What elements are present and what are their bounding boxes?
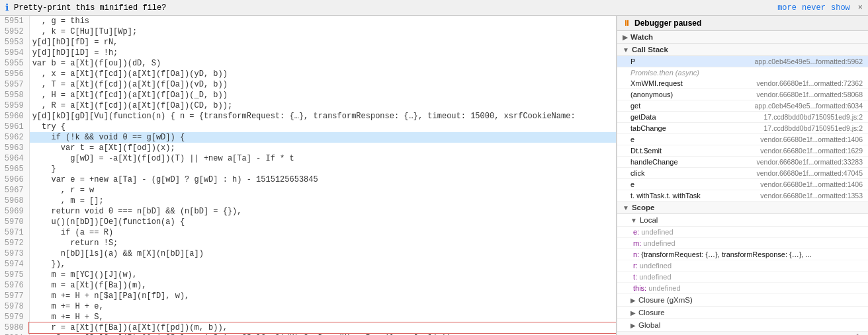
list-item[interactable]: t. withTask.t. withTaskvendor.66680e1f..… <box>617 190 868 202</box>
table-row[interactable]: 5959 , R = a[Xt](f[cd])(a[Xt](f[Oa])(CD,… <box>0 100 616 111</box>
table-row[interactable]: 5969 return void 0 === n[bD] && (n[bD] =… <box>0 206 616 217</box>
list-item[interactable]: (anonymous)vendor.66680e1f...ormatted:58… <box>617 89 868 100</box>
line-number: 5971 <box>0 227 29 238</box>
table-row[interactable]: 5955var b = a[Xt](f[ou])(dD, S) <box>0 58 616 69</box>
line-number: 5957 <box>0 79 29 90</box>
code-table: 5951 , g = this5952 , k = C[Hu][Tu][Wp];… <box>0 16 616 335</box>
table-row[interactable]: 5974 }), <box>0 259 616 270</box>
table-row[interactable]: 5965 } <box>0 164 616 174</box>
line-number: 5970 <box>0 217 29 227</box>
list-item[interactable]: tabChange17.ccd8bdd0bd7150951ed9.js:2 <box>617 123 868 134</box>
table-row[interactable]: 5967 , r = w <box>0 185 616 196</box>
call-stack-function-name: P <box>630 57 635 65</box>
table-row[interactable]: 5972 return !S; <box>0 238 616 248</box>
never-link[interactable]: never <box>802 3 826 13</box>
list-item[interactable]: handleChangevendor.66680e1f...ormatted:3… <box>617 157 868 168</box>
table-row[interactable]: 5963 var t = a[Xt](f[od])(x); <box>0 143 616 153</box>
table-row[interactable]: 5968 , m = []; <box>0 196 616 206</box>
line-number: 5961 <box>0 122 29 132</box>
table-row[interactable]: 5966 var e = +new a[Ta] - (g[wD] ? g[wD]… <box>0 174 616 185</box>
call-stack-location: vendor.66680e1f...ormatted:1629 <box>760 147 863 155</box>
code-line-content: y[d][hD][lD] = !h; <box>29 48 616 58</box>
table-row[interactable]: 5973 n[bD][ls](a) && m[X](n[bD][a]) <box>0 248 616 259</box>
closure-header[interactable]: ▶ Closure <box>617 307 868 319</box>
code-line-content: y[d][kD][gD][Vu](function(n) { n = {tran… <box>29 111 616 122</box>
code-line-content: , T = a[Xt](f[cd])(a[Xt](f[Oa])(vD, b)) <box>29 79 616 90</box>
code-line-content: u()(n[bD])[Oe](function(a) { <box>29 217 616 227</box>
line-number: 5977 <box>0 291 29 301</box>
line-number: 5963 <box>0 143 29 153</box>
table-row[interactable]: 5951 , g = this <box>0 16 616 26</box>
list-item[interactable]: getData17.ccd8bdd0bd7150951ed9.js:2 <box>617 112 868 123</box>
table-row[interactable]: 5970 u()(n[bD])[Oe](function(a) { <box>0 217 616 227</box>
call-stack-location: 17.ccd8bdd0bd7150951ed9.js:2 <box>764 113 863 121</box>
pause-icon: ⏸ <box>623 19 630 28</box>
code-line-content: m = m[YC]()[J](w), <box>29 270 616 280</box>
show-link[interactable]: show <box>831 3 850 13</box>
scope-section-header[interactable]: ▼ Scope <box>617 202 868 214</box>
table-row[interactable]: 5952 , k = C[Hu][Tu][Wp]; <box>0 26 616 37</box>
table-row[interactable]: 5971 if (a == R) <box>0 227 616 238</box>
call-stack-location: vendor.66680e1f...ormatted:72362 <box>756 79 863 87</box>
call-stack-location: vendor.66680e1f...ormatted:58068 <box>756 91 863 98</box>
local-section-header[interactable]: ▼ Local <box>617 214 868 227</box>
call-stack-section-header[interactable]: ▼ Call Stack <box>617 44 868 56</box>
more-link[interactable]: more <box>777 3 797 13</box>
closure-gxms-header[interactable]: ▶ Closure (gXmS) <box>617 294 868 307</box>
debugger-header: ⏸ Debugger paused <box>617 16 868 31</box>
code-line-content: m = a[Xt](f[Ba])(m), <box>29 280 616 291</box>
list-item[interactable]: evendor.66680e1f...ormatted:1406 <box>617 179 868 190</box>
scope-variable-value: undefined <box>648 284 680 292</box>
line-number: 5969 <box>0 206 29 217</box>
table-row[interactable]: 5976 m = a[Xt](f[Ba])(m), <box>0 280 616 291</box>
table-row[interactable]: 5958 , H = a[Xt](f[cd])(a[Xt](f[Oa])(_D,… <box>0 90 616 100</box>
table-row[interactable]: 5977 m += H + n[$a][Pa](n[fD], w), <box>0 291 616 301</box>
close-icon[interactable]: × <box>858 3 863 13</box>
breakpoints-section-header[interactable]: ▼ Breakpoints ⊕ 🤖 <box>617 332 868 335</box>
debugger-title: Debugger paused <box>634 19 701 28</box>
global-label: Global <box>638 321 660 329</box>
call-stack-function-name: get <box>630 102 640 110</box>
code-line-content: y[d][hD][fD] = rN, <box>29 37 616 48</box>
list-item[interactable]: XmWMI.requestvendor.66680e1f...ormatted:… <box>617 78 868 89</box>
top-bar: ℹ Pretty-print this minified file? more … <box>0 0 868 16</box>
table-row[interactable]: 5956 , x = a[Xt](f[cd])(a[Xt](f[Oa])(yD,… <box>0 69 616 79</box>
call-stack-async: Promise.then (async) <box>617 67 868 78</box>
code-line-content: var b = a[Xt](f[ou])(dD, S) <box>29 58 616 69</box>
line-number: 5958 <box>0 90 29 100</box>
table-row[interactable]: 5979 m += H + S, <box>0 312 616 322</box>
line-number: 5953 <box>0 37 29 48</box>
table-row[interactable]: 5978 m += H + e, <box>0 301 616 312</box>
list-item[interactable]: Dt.t.$emitvendor.66680e1f...ormatted:162… <box>617 145 868 157</box>
line-number: 5952 <box>0 26 29 37</box>
table-row[interactable]: 5953y[d][hD][fD] = rN, <box>0 37 616 48</box>
table-row[interactable]: 5975 m = m[YC]()[J](w), <box>0 270 616 280</box>
closure-gxms-arrow-icon: ▶ <box>630 297 636 304</box>
closure-label: Closure <box>638 309 665 316</box>
list-item[interactable]: evendor.66680e1f...ormatted:1406 <box>617 134 868 145</box>
table-row[interactable]: 5961 try { <box>0 122 616 132</box>
watch-section-header[interactable]: ▶ Watch <box>617 31 868 44</box>
list-item: r: undefined <box>617 260 868 272</box>
table-row[interactable]: 5960y[d][kD][gD][Vu](function(n) { n = {… <box>0 111 616 122</box>
code-panel[interactable]: 5951 , g = this5952 , k = C[Hu][Tu][Wp];… <box>0 16 617 335</box>
table-row[interactable]: 5980 r = a[Xt](f[Ba])(a[Xt](f[pd])(m, b)… <box>0 322 616 333</box>
list-item[interactable]: getapp.c0eb45e49e5...formatted:6034 <box>617 100 868 112</box>
local-arrow-icon: ▼ <box>630 217 637 224</box>
global-header[interactable]: ▶ Global <box>617 319 868 332</box>
table-row[interactable]: 5957 , T = a[Xt](f[cd])(a[Xt](f[Oa])(vD,… <box>0 79 616 90</box>
call-stack-location: vendor.66680e1f...ormatted:33283 <box>756 158 863 166</box>
table-row[interactable]: 5962 if (!k && void 0 == g[wD]) { <box>0 132 616 143</box>
code-line-content: return void 0 === n[bD] && (n[bD] = {}), <box>29 206 616 217</box>
table-row[interactable]: 5954y[d][hD][lD] = !h; <box>0 48 616 58</box>
call-stack-function-name: e <box>630 180 634 188</box>
list-item[interactable]: clickvendor.66680e1f...ormatted:47045 <box>617 168 868 179</box>
closure-arrow-icon: ▶ <box>630 309 636 316</box>
line-number: 5975 <box>0 270 29 280</box>
scope-local-list: e: undefinedm: undefinedn: {transformReq… <box>617 227 868 294</box>
line-number: 5959 <box>0 100 29 111</box>
code-line-content: var e = +new a[Ta] - (g[wD] ? g[wD] : h)… <box>29 174 616 185</box>
table-row[interactable]: 5964 g[wD] = -a[Xt](f[od])(T) || +new a[… <box>0 153 616 164</box>
code-line-content: , H = a[Xt](f[cd])(a[Xt](f[Oa])(_D, b)) <box>29 90 616 100</box>
list-item[interactable]: Papp.c0eb45e49e5...formatted:5962 <box>617 56 868 67</box>
